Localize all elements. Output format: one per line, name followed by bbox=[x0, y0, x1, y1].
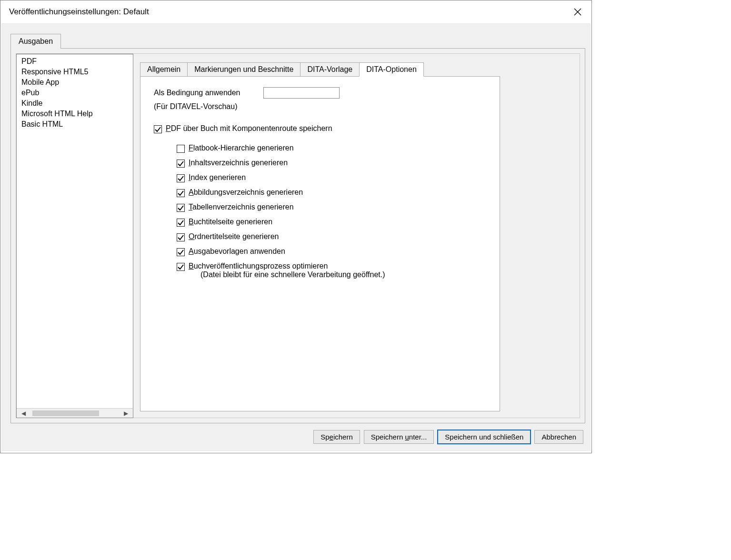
titlebar: Veröffentlichungseinstellungen: Default bbox=[0, 0, 591, 23]
tab-allgemein[interactable]: Allgemein bbox=[140, 62, 188, 77]
checkbox-opt-6[interactable]: Ordnertitelseite generieren bbox=[177, 232, 486, 241]
tab-markierungen-und-beschnitte[interactable]: Markierungen und Beschnitte bbox=[187, 62, 300, 77]
format-list: PDFResponsive HTML5Mobile AppePubKindleM… bbox=[16, 54, 133, 418]
horizontal-scrollbar[interactable]: ◀ ▶ bbox=[17, 408, 133, 418]
checkbox-opt-5[interactable]: Buchtitelseite generieren bbox=[177, 218, 486, 227]
dita-optionen-panel: Als Bedingung anwenden (Für DITAVEL-Vors… bbox=[140, 76, 500, 411]
right-pane: AllgemeinMarkierungen und BeschnitteDITA… bbox=[133, 54, 580, 418]
tab-dita-optionen[interactable]: DITA-Optionen bbox=[359, 62, 424, 77]
checkbox-icon[interactable] bbox=[177, 263, 185, 271]
format-item-kindle[interactable]: Kindle bbox=[17, 98, 133, 109]
checkbox-icon[interactable] bbox=[177, 233, 185, 241]
scroll-right-icon[interactable]: ▶ bbox=[121, 410, 131, 417]
checkbox-pdf-book[interactable]: PDF über Buch mit Komponentenroute speic… bbox=[154, 124, 486, 133]
checkbox-opt-1[interactable]: Inhaltsverzeichnis generieren bbox=[177, 159, 486, 168]
scroll-thumb[interactable] bbox=[32, 410, 99, 416]
checkbox-icon[interactable] bbox=[177, 160, 185, 168]
outer-tabs: Ausgaben bbox=[2, 24, 590, 48]
checkbox-icon[interactable] bbox=[177, 189, 185, 197]
tab-dita-vorlage[interactable]: DITA-Vorlage bbox=[300, 62, 360, 77]
save-close-button[interactable]: Speichern und schließen bbox=[438, 430, 531, 444]
checkbox-opt-0[interactable]: Flatbook-Hierarchie generieren bbox=[177, 144, 486, 153]
format-item-pdf[interactable]: PDF bbox=[17, 56, 133, 67]
dialog-body: Ausgaben PDFResponsive HTML5Mobile AppeP… bbox=[1, 23, 591, 451]
checkbox-opt-2[interactable]: Index generieren bbox=[177, 173, 486, 182]
checkbox-icon[interactable] bbox=[177, 204, 185, 212]
close-icon[interactable] bbox=[571, 5, 584, 19]
format-item-basic-html[interactable]: Basic HTML bbox=[17, 119, 133, 130]
checkbox-opt-8[interactable]: Buchveröffentlichungsprozess optimieren(… bbox=[177, 262, 486, 279]
save-button[interactable]: Speichern bbox=[313, 430, 360, 444]
checkbox-opt-4[interactable]: Tabellenverzeichnis generieren bbox=[177, 203, 486, 212]
format-item-responsive-html5[interactable]: Responsive HTML5 bbox=[17, 67, 133, 77]
checkbox-icon[interactable] bbox=[177, 248, 185, 256]
save-as-button[interactable]: Speichern unter... bbox=[364, 430, 434, 444]
cancel-button[interactable]: Abbrechen bbox=[534, 430, 583, 444]
inner-tabs: AllgemeinMarkierungen und BeschnitteDITA… bbox=[140, 62, 580, 77]
checkbox-icon[interactable] bbox=[177, 219, 185, 227]
format-item-microsoft-html-help[interactable]: Microsoft HTML Help bbox=[17, 109, 133, 119]
apply-condition-input[interactable] bbox=[263, 87, 340, 99]
outer-panel: PDFResponsive HTML5Mobile AppePubKindleM… bbox=[10, 48, 585, 423]
format-item-mobile-app[interactable]: Mobile App bbox=[17, 77, 133, 88]
scroll-left-icon[interactable]: ◀ bbox=[19, 410, 29, 417]
checkbox-icon[interactable] bbox=[177, 145, 185, 153]
ditavel-note: (Für DITAVEL-Vorschau) bbox=[154, 102, 486, 111]
checkbox-opt-3[interactable]: Abbildungsverzeichnis generieren bbox=[177, 188, 486, 197]
checkbox-icon[interactable] bbox=[177, 174, 185, 182]
window-title: Veröffentlichungseinstellungen: Default bbox=[9, 7, 149, 17]
checkbox-icon[interactable] bbox=[154, 125, 162, 133]
checkbox-opt-7[interactable]: Ausgabevorlagen anwenden bbox=[177, 247, 486, 256]
format-item-epub[interactable]: ePub bbox=[17, 88, 133, 98]
dialog-buttons: Speichern Speichern unter... Speichern u… bbox=[313, 430, 583, 444]
apply-condition-label: Als Bedingung anwenden bbox=[154, 89, 263, 97]
tab-ausgaben[interactable]: Ausgaben bbox=[10, 34, 61, 49]
